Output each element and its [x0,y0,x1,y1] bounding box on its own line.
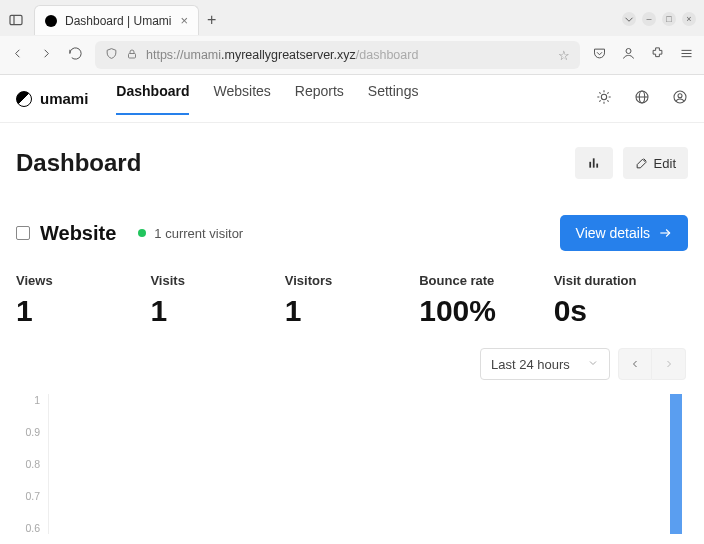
window-maximize-button[interactable]: □ [662,12,676,26]
stat-views: Views 1 [16,273,150,328]
chart-toggle-button[interactable] [575,147,613,179]
nav-reports[interactable]: Reports [295,83,344,115]
brand-name: umami [40,90,88,107]
status-dot-icon [138,229,146,237]
svg-line-15 [607,92,608,93]
reload-button[interactable] [68,46,83,65]
shield-icon[interactable] [105,47,118,63]
browser-tab-active[interactable]: Dashboard | Umami × [34,5,199,35]
stat-visits: Visits 1 [150,273,284,328]
visitor-status: 1 current visitor [138,226,243,241]
url-text: https://umami.myreallygreatserver.xyz/da… [146,48,418,62]
svg-point-20 [678,94,682,98]
bookmark-star-icon[interactable]: ☆ [558,48,570,63]
side-panel-icon[interactable] [8,12,24,28]
brand-logo[interactable]: umami [16,90,88,107]
profile-icon[interactable] [672,89,688,108]
back-button[interactable] [10,46,25,65]
svg-line-13 [607,100,608,101]
view-details-button[interactable]: View details [560,215,688,251]
date-range-select[interactable]: Last 24 hours [480,348,610,380]
page-title: Dashboard [16,149,141,177]
website-checkbox[interactable] [16,226,30,240]
svg-point-7 [601,94,606,99]
umami-logo-icon [16,91,32,107]
theme-toggle-icon[interactable] [596,89,612,108]
tab-favicon [45,15,57,27]
prev-range-button[interactable] [618,348,652,380]
svg-point-3 [626,48,631,53]
tab-title: Dashboard | Umami [65,14,172,28]
stat-visitors: Visitors 1 [285,273,419,328]
stat-visit-duration: Visit duration 0s [554,273,688,328]
svg-rect-22 [592,158,594,167]
chevron-down-icon [587,357,599,372]
views-chart: 1 0.9 0.8 0.7 0.6 [16,394,688,534]
account-icon[interactable] [621,46,636,65]
svg-line-14 [599,100,600,101]
svg-rect-21 [589,162,591,168]
svg-rect-2 [129,53,136,58]
edit-button-label: Edit [654,156,676,171]
svg-line-12 [599,92,600,93]
lock-icon[interactable] [126,48,138,63]
nav-dashboard[interactable]: Dashboard [116,83,189,115]
language-globe-icon[interactable] [634,89,650,108]
tab-close-icon[interactable]: × [180,13,188,28]
nav-websites[interactable]: Websites [213,83,270,115]
chart-bar [670,394,682,534]
hamburger-menu-icon[interactable] [679,46,694,65]
nav-settings[interactable]: Settings [368,83,419,115]
next-range-button[interactable] [652,348,686,380]
forward-button [39,46,54,65]
chart-y-axis: 1 0.9 0.8 0.7 0.6 [16,394,44,534]
window-close-button[interactable]: × [682,12,696,26]
svg-rect-0 [10,15,22,24]
chart-plot-area [48,394,682,534]
address-bar[interactable]: https://umami.myreallygreatserver.xyz/da… [95,41,580,69]
svg-rect-23 [596,164,598,168]
website-name[interactable]: Website [40,222,116,245]
new-tab-button[interactable]: + [207,11,216,29]
pocket-icon[interactable] [592,46,607,65]
stat-bounce-rate: Bounce rate 100% [419,273,553,328]
browser-dropdown-icon[interactable] [622,12,636,26]
window-minimize-button[interactable]: – [642,12,656,26]
extensions-icon[interactable] [650,46,665,65]
edit-button[interactable]: Edit [623,147,688,179]
